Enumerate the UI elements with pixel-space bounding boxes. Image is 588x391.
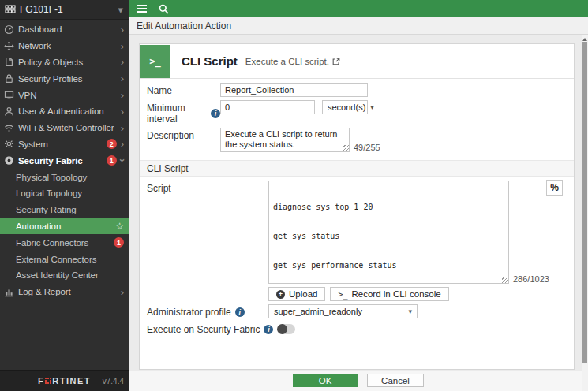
hamburger-menu-icon[interactable]	[137, 4, 148, 13]
minimum-interval-input[interactable]	[220, 100, 315, 114]
gear-icon	[4, 139, 14, 149]
chevron-down-icon: ›	[117, 159, 127, 162]
fortinet-logo-right: RTINET	[52, 376, 91, 385]
app-window: FG101F-1 ▾ Dashboard › Network › Policy …	[0, 0, 588, 391]
prompt-icon: >_	[149, 56, 160, 67]
chevron-right-icon: ›	[121, 123, 124, 133]
sidebar-item-label: Automation	[16, 222, 111, 231]
sidebar-item-system[interactable]: System 2 ›	[0, 136, 129, 153]
variables-button[interactable]: %	[546, 180, 563, 196]
execute-on-security-fabric-toggle[interactable]	[278, 324, 295, 334]
notification-badge: 1	[114, 237, 124, 248]
name-label-text: Name	[147, 85, 172, 96]
top-bar	[129, 0, 588, 17]
ok-button[interactable]: OK	[293, 374, 358, 387]
info-icon[interactable]	[235, 307, 245, 317]
action-type-title: CLI Script	[182, 54, 238, 68]
sidebar-item-vpn[interactable]: VPN ›	[0, 87, 129, 103]
sidebar-item-log-report[interactable]: Log & Report ›	[0, 284, 129, 300]
administrator-profile-label: Administrator profile	[147, 304, 268, 318]
sidebar-item-security-rating[interactable]: Security Rating	[0, 202, 129, 218]
resize-handle[interactable]	[502, 277, 508, 283]
script-line: get sys performance status	[273, 261, 504, 270]
fortinet-o-icon	[45, 378, 51, 384]
chevron-right-icon: ›	[121, 57, 124, 67]
sidebar-item-label: Network	[18, 41, 117, 50]
sidebar-item-dashboard[interactable]: Dashboard ›	[0, 21, 129, 38]
caret-down-icon: ▾	[408, 307, 412, 315]
script-label: Script	[147, 181, 268, 194]
cancel-button[interactable]: Cancel	[367, 374, 424, 387]
sidebar-item-security-fabric[interactable]: Security Fabric 1 ›	[0, 152, 129, 169]
chart-icon	[4, 287, 14, 297]
sidebar-item-label: Log & Report	[18, 287, 117, 296]
form-footer: OK Cancel	[129, 371, 588, 391]
upload-plus-icon	[276, 290, 285, 299]
sidebar-item-policy-objects[interactable]: Policy & Objects ›	[0, 54, 129, 71]
sidebar-item-user-authentication[interactable]: User & Authentication ›	[0, 103, 129, 120]
chevron-right-icon: ›	[121, 90, 124, 100]
interval-unit-select[interactable]: second(s) ▾	[322, 100, 368, 114]
record-in-cli-console-button[interactable]: >_ Record in CLI console	[330, 287, 448, 301]
monitor-icon	[4, 90, 14, 100]
scrollbar-thumb[interactable]	[582, 42, 587, 363]
chevron-right-icon: ›	[121, 73, 124, 84]
external-link-icon[interactable]	[332, 58, 340, 65]
sidebar-item-asset-identity-center[interactable]: Asset Identity Center	[0, 267, 129, 284]
security-fabric-icon	[4, 155, 14, 166]
sidebar-item-label: WiFi & Switch Controller	[18, 123, 117, 132]
user-icon	[4, 106, 14, 117]
administrator-profile-select[interactable]: super_admin_readonly ▾	[268, 304, 418, 318]
info-icon[interactable]	[264, 325, 273, 334]
device-name: FG101F-1	[20, 4, 114, 15]
sidebar-item-network[interactable]: Network ›	[0, 38, 129, 54]
wifi-icon	[4, 123, 14, 133]
cli-script-form: % Script diagnose sys top 1 20 get sys s…	[140, 177, 574, 343]
sidebar: FG101F-1 ▾ Dashboard › Network › Policy …	[0, 0, 129, 391]
caret-down-icon: ▾	[370, 103, 374, 111]
device-selector[interactable]: FG101F-1 ▾	[0, 0, 129, 20]
chevron-right-icon: ›	[121, 24, 124, 35]
fortinet-logo-left: F	[38, 376, 44, 385]
resize-handle[interactable]	[343, 145, 349, 151]
sidebar-item-fabric-connectors[interactable]: Fabric Connectors 1	[0, 234, 129, 251]
automation-action-card: >_ CLI Script Execute a CLI script. Name	[139, 43, 575, 370]
breadcrumb: Edit Automation Action	[129, 17, 588, 35]
page-title: Edit Automation Action	[137, 20, 231, 32]
sidebar-item-wifi-switch-controller[interactable]: WiFi & Switch Controller ›	[0, 120, 129, 136]
search-icon[interactable]	[159, 4, 169, 14]
fortinet-logo: F RTINET	[38, 376, 91, 385]
script-buttons-row: Upload >_ Record in CLI console	[268, 287, 574, 301]
name-row: Name	[147, 83, 574, 97]
name-input[interactable]	[220, 83, 368, 97]
script-line: get sys status	[273, 232, 504, 241]
info-icon[interactable]	[211, 109, 220, 118]
caret-down-icon: ▾	[118, 5, 123, 15]
script-editor[interactable]: diagnose sys top 1 20 get sys status get…	[268, 181, 509, 284]
notification-badge: 2	[107, 139, 117, 149]
favorite-star-icon[interactable]: ☆	[115, 221, 124, 232]
sidebar-item-logical-topology[interactable]: Logical Topology	[0, 185, 129, 202]
action-subtitle-text: Execute a CLI script.	[245, 57, 329, 66]
scrollbar-track[interactable]	[582, 35, 588, 391]
document-icon	[4, 57, 14, 67]
notification-badge: 1	[107, 155, 117, 166]
description-textarea[interactable]: Execute a CLI script to return the syste…	[220, 128, 350, 152]
fortigate-icon	[5, 5, 16, 14]
cli-script-section-header: CLI Script	[140, 160, 574, 177]
cli-script-tile-icon: >_	[140, 45, 170, 78]
description-row: Description Execute a CLI script to retu…	[147, 128, 574, 152]
scrollbar-up-arrow-icon[interactable]	[582, 35, 587, 41]
cli-script-section-title: CLI Script	[147, 163, 189, 174]
sidebar-item-label: Asset Identity Center	[16, 270, 124, 280]
administrator-profile-value: super_admin_readonly	[274, 307, 362, 316]
execute-on-security-fabric-label: Execute on Security Fabric	[147, 322, 273, 335]
sidebar-item-physical-topology[interactable]: Physical Topology	[0, 169, 129, 185]
record-button-label: Record in CLI console	[352, 289, 441, 299]
sidebar-item-external-connectors[interactable]: External Connectors	[0, 251, 129, 267]
upload-button[interactable]: Upload	[268, 287, 325, 301]
sidebar-item-automation[interactable]: Automation ☆	[0, 218, 129, 235]
script-char-counter: 286/1023	[513, 274, 549, 284]
main-area: Edit Automation Action >_ CLI Script Exe…	[129, 0, 588, 391]
sidebar-item-security-profiles[interactable]: Security Profiles ›	[0, 70, 129, 87]
